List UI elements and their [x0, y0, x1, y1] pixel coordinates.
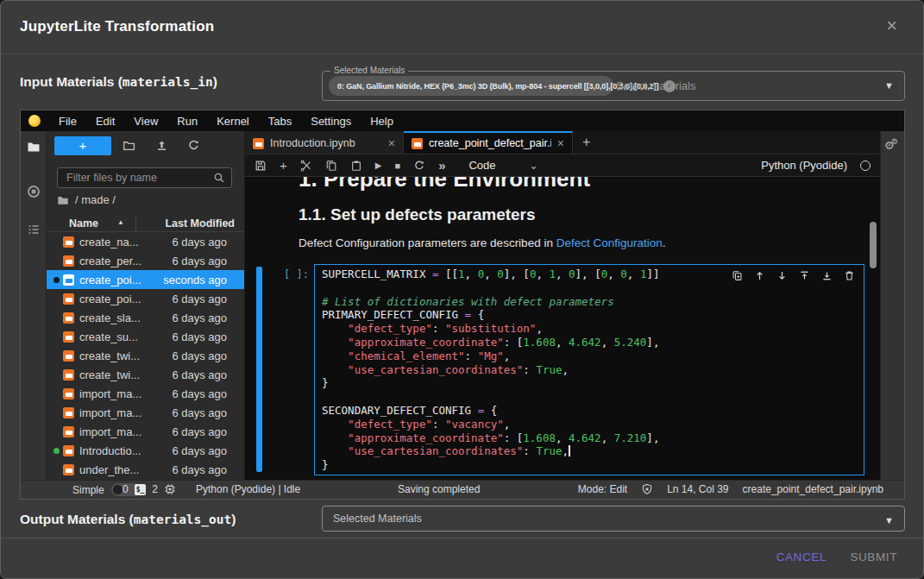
- code-token: "use_cartesian_coordinates": [348, 444, 523, 457]
- running-kernels-icon[interactable]: [27, 185, 41, 198]
- file-modified: 6 days ago: [172, 330, 227, 343]
- run-icon[interactable]: ▶: [375, 160, 382, 170]
- kernel-status-icon[interactable]: [860, 160, 871, 171]
- mode-indicator[interactable]: Mode: Edit: [578, 483, 627, 495]
- dropdown-arrow-icon[interactable]: ▼: [884, 515, 894, 526]
- file-row[interactable]: create_na...6 days ago: [47, 232, 244, 251]
- menu-help[interactable]: Help: [361, 115, 403, 128]
- kernel-status-text[interactable]: Python (Pyodide) | Idle: [196, 483, 300, 495]
- file-row[interactable]: create_poi...seconds ago: [47, 270, 244, 289]
- output-label-code: materials_out: [134, 513, 232, 526]
- code-token: {: [471, 308, 484, 321]
- dialog-title: JupyterLite Transformation: [20, 18, 214, 35]
- code-token: :: [523, 363, 536, 376]
- accessibility-shield-icon[interactable]: [641, 483, 653, 495]
- move-cell-down-icon[interactable]: [776, 270, 788, 281]
- refresh-icon[interactable]: [187, 139, 200, 152]
- menu-tabs[interactable]: Tabs: [259, 115, 301, 128]
- column-name[interactable]: Name: [69, 217, 98, 230]
- code-token: 0: [569, 267, 575, 280]
- code-token: ,: [504, 349, 511, 362]
- delete-cell-icon[interactable]: [844, 270, 855, 281]
- file-status-dot-empty: [53, 353, 60, 359]
- tab-close-icon[interactable]: ×: [388, 137, 395, 149]
- menu-view[interactable]: View: [124, 115, 167, 128]
- code-token: ,: [601, 336, 614, 349]
- cell-collapser[interactable]: [256, 267, 262, 472]
- filter-files-input[interactable]: Filter files by name: [57, 167, 232, 188]
- file-row[interactable]: Introductio...6 days ago: [47, 441, 244, 460]
- cut-icon[interactable]: [300, 160, 312, 172]
- menu-run[interactable]: Run: [167, 115, 207, 128]
- output-label-suffix: ): [231, 512, 236, 526]
- column-last-modified[interactable]: Last Modified: [165, 217, 235, 230]
- dropdown-arrow-icon[interactable]: ▼: [884, 80, 894, 91]
- new-tab-icon[interactable]: +: [573, 131, 600, 154]
- notebook-scrollbar[interactable]: [870, 222, 877, 268]
- restart-kernel-icon[interactable]: [413, 160, 425, 172]
- close-icon[interactable]: ×: [886, 16, 897, 35]
- material-chip[interactable]: 0: GaN, Gallium Nitride, HEX (P6_3mc) 3D…: [329, 76, 613, 96]
- statusbar-right-group: Mode: Edit Ln 14, Col 39 create_point_de…: [578, 483, 883, 495]
- tab-close-icon[interactable]: ×: [557, 137, 564, 149]
- cursor-position[interactable]: Ln 14, Col 39: [667, 483, 728, 495]
- upload-icon[interactable]: [155, 139, 168, 152]
- file-row[interactable]: import_ma...6 days ago: [47, 384, 244, 403]
- tab-introduction-ipynb[interactable]: Introduction.ipynb ×: [245, 131, 404, 154]
- code-token: "defect_type": [348, 418, 432, 431]
- menu-kernel[interactable]: Kernel: [207, 115, 259, 128]
- notebook-tab-icon: [253, 138, 264, 149]
- copy-icon[interactable]: [325, 160, 337, 172]
- property-inspector-gears-icon[interactable]: ⚙⚙: [884, 138, 898, 151]
- activity-bar: [21, 131, 47, 480]
- file-row[interactable]: under_the...6 days ago: [47, 460, 244, 479]
- insert-cell-below-icon[interactable]: [821, 270, 833, 281]
- tab-label: Introduction.ipynb: [270, 137, 382, 149]
- kernel-name[interactable]: Python (Pyodide): [761, 159, 847, 172]
- code-token: SUPERCELL_MATRIX: [322, 267, 432, 280]
- submit-button[interactable]: SUBMIT: [845, 550, 902, 564]
- output-materials-select[interactable]: Selected Materials ▼: [322, 506, 905, 532]
- cancel-button[interactable]: CANCEL: [771, 550, 832, 564]
- defect-configuration-link[interactable]: Defect Configuration: [556, 236, 663, 249]
- code-token: ,: [484, 267, 497, 280]
- code-token: ,: [465, 267, 478, 280]
- menu-settings[interactable]: Settings: [301, 115, 361, 128]
- file-row[interactable]: create_twi...6 days ago: [47, 365, 244, 384]
- jupyterlite-transformation-dialog: JupyterLite Transformation × Input Mater…: [0, 0, 924, 579]
- code-lines: SUPERCELL_MATRIX = [[1, 0, 0], [0, 1, 0]…: [322, 267, 857, 472]
- breadcrumb-path: / made /: [75, 193, 116, 206]
- duplicate-cell-icon[interactable]: [732, 270, 743, 281]
- breadcrumb[interactable]: / made /: [57, 193, 116, 206]
- paste-icon[interactable]: [350, 160, 362, 172]
- file-row[interactable]: import_ma...6 days ago: [47, 403, 244, 422]
- save-icon[interactable]: [255, 160, 267, 172]
- new-launcher-button[interactable]: +: [54, 136, 111, 155]
- tab-create-point-defect-pair[interactable]: create_point_defect_pair.ip ×: [404, 131, 573, 154]
- menu-edit[interactable]: Edit: [86, 115, 124, 128]
- code-token: [322, 322, 348, 335]
- file-row[interactable]: create_poi...6 days ago: [47, 289, 244, 308]
- new-folder-icon[interactable]: [123, 139, 135, 152]
- code-cell-editor[interactable]: SUPERCELL_MATRIX = [[1, 0, 0], [0, 1, 0]…: [314, 264, 864, 475]
- menu-file[interactable]: File: [49, 115, 86, 128]
- menubar-items: FileEditViewRunKernelTabsSettingsHelp: [49, 115, 403, 128]
- insert-cell-above-icon[interactable]: [799, 270, 810, 281]
- file-row[interactable]: create_twi...6 days ago: [47, 346, 244, 365]
- input-materials-select[interactable]: Selected Materials 0: GaN, Gallium Nitri…: [322, 71, 905, 101]
- terminals-kernels-status[interactable]: 0 $_ 2: [123, 483, 176, 495]
- table-of-contents-icon[interactable]: [27, 223, 41, 236]
- toggle-knob: [113, 485, 123, 494]
- file-row[interactable]: create_per...6 days ago: [47, 251, 244, 270]
- restart-run-all-icon[interactable]: »: [438, 159, 445, 172]
- file-row[interactable]: create_su...6 days ago: [47, 327, 244, 346]
- file-browser-tab-icon[interactable]: [27, 140, 41, 154]
- insert-cell-icon[interactable]: +: [280, 159, 287, 172]
- file-name: import_ma...: [79, 387, 141, 400]
- file-row[interactable]: import_ma...6 days ago: [47, 422, 244, 441]
- cell-type-chevron-icon[interactable]: ⌄: [530, 160, 538, 172]
- cell-type-select[interactable]: Code: [468, 159, 495, 172]
- file-row[interactable]: create_sla...6 days ago: [47, 308, 244, 327]
- stop-icon[interactable]: ■: [394, 160, 400, 171]
- move-cell-up-icon[interactable]: [754, 270, 765, 281]
